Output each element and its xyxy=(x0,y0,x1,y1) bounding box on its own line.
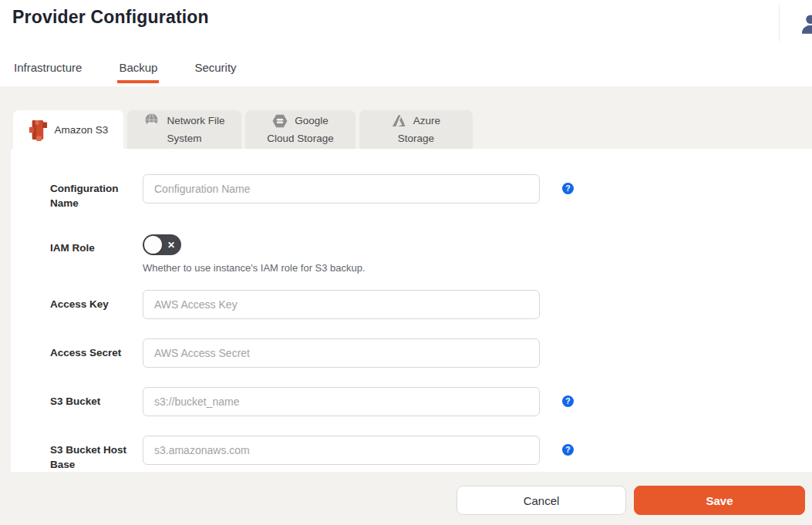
configuration-name-input[interactable] xyxy=(143,174,540,204)
provider-tab-label: Amazon S3 xyxy=(55,121,109,139)
tab-infrastructure[interactable]: Infrastructure xyxy=(12,61,83,83)
provider-tabs: Amazon S3 Network File System xyxy=(13,110,473,149)
s3-bucket-input[interactable] xyxy=(143,387,540,416)
field-label: S3 Bucket Host Base xyxy=(50,436,143,472)
form-row-access-key: Access Key xyxy=(50,290,574,319)
help-icon[interactable]: ? xyxy=(562,183,574,194)
header-divider xyxy=(779,5,780,42)
form-row-configuration-name: Configuration Name ? xyxy=(50,174,574,210)
field-description: Whether to use instance's IAM role for S… xyxy=(143,262,540,274)
iam-role-toggle[interactable]: ✕ xyxy=(143,234,181,255)
backup-settings-section: Amazon S3 Network File System xyxy=(0,86,812,525)
provider-tab-label: Google xyxy=(295,112,329,130)
provider-tab-label-line2: System xyxy=(167,130,201,147)
tab-backup[interactable]: Backup xyxy=(117,61,159,83)
provider-tab-label-line2: Cloud Storage xyxy=(267,130,333,147)
toggle-knob xyxy=(144,236,162,254)
amazon-s3-form: Configuration Name ? IAM Role ✕ Whether … xyxy=(50,174,574,491)
provider-tab-google-cloud-storage[interactable]: Google Cloud Storage xyxy=(245,110,355,149)
provider-tab-label: Network File xyxy=(167,112,224,130)
user-icon[interactable] xyxy=(799,12,812,35)
main-nav: Infrastructure Backup Security xyxy=(12,61,238,83)
help-icon[interactable]: ? xyxy=(562,444,574,456)
tab-security[interactable]: Security xyxy=(193,61,238,83)
form-row-s3-bucket-host-base: S3 Bucket Host Base ? xyxy=(50,436,574,472)
access-secret-input[interactable] xyxy=(143,338,540,368)
page-title: Provider Configuration xyxy=(12,7,209,28)
google-cloud-storage-icon xyxy=(272,114,288,128)
field-label: IAM Role xyxy=(50,234,143,274)
field-label: Access Key xyxy=(50,290,143,319)
amazon-s3-form-panel: Configuration Name ? IAM Role ✕ Whether … xyxy=(11,149,812,472)
azure-icon xyxy=(392,114,406,127)
provider-tab-azure-storage[interactable]: Azure Storage xyxy=(359,110,473,149)
page-header: Provider Configuration Infrastructure Ba… xyxy=(0,0,812,86)
provider-tab-network-file-system[interactable]: Network File System xyxy=(127,110,241,149)
provider-tab-label-line2: Storage xyxy=(398,130,434,147)
network-globe-icon xyxy=(143,113,160,129)
form-row-s3-bucket: S3 Bucket ? xyxy=(50,387,574,416)
provider-tab-amazon-s3[interactable]: Amazon S3 xyxy=(13,110,123,149)
access-key-input[interactable] xyxy=(143,290,540,319)
form-row-access-secret: Access Secret xyxy=(50,338,574,368)
save-button[interactable]: Save xyxy=(634,486,805,515)
form-row-iam-role: IAM Role ✕ Whether to use instance's IAM… xyxy=(50,234,574,274)
toggle-off-icon: ✕ xyxy=(167,240,175,249)
amazon-s3-icon xyxy=(29,119,48,141)
help-icon[interactable]: ? xyxy=(562,395,574,407)
provider-tab-label: Azure xyxy=(413,112,440,130)
field-label: S3 Bucket xyxy=(50,387,143,416)
s3-bucket-host-base-input[interactable] xyxy=(143,436,540,465)
field-label: Access Secret xyxy=(50,338,143,368)
field-label: Configuration Name xyxy=(50,174,143,210)
cancel-button[interactable]: Cancel xyxy=(457,486,626,515)
